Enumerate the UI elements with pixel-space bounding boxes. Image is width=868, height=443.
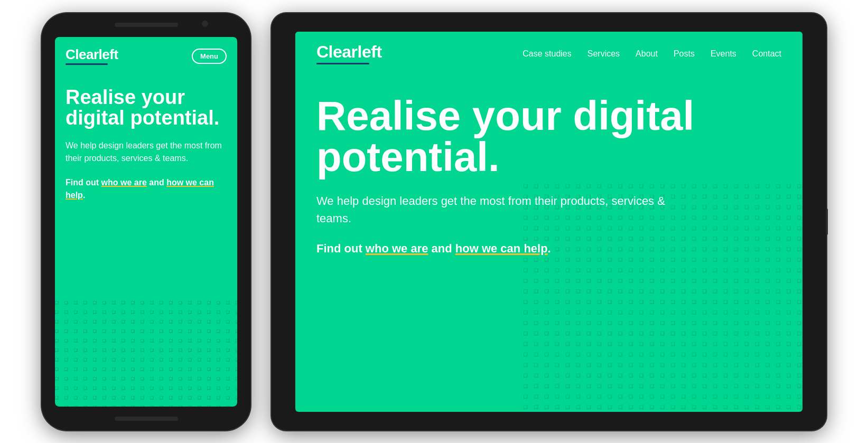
phone-menu-button[interactable]: Menu [192,49,227,64]
phone-cta-suffix: . [83,191,85,200]
svg-rect-3 [524,184,802,411]
phone-headline: Realise your digital potential. [66,87,227,129]
dot-pattern-phone [55,301,237,407]
phone-camera [202,21,208,27]
phone-cta: Find out who we are and how we can help. [66,176,227,202]
phone-speaker [115,23,178,27]
phone-screen: Clearleft Menu Realise your digital pote… [55,37,237,407]
tablet-logo: Clearleft [316,43,382,64]
tablet-cta-middle: and [428,242,455,255]
phone-logo-text: Clearleft [66,48,118,61]
phone-subtext: We help design leaders get the most from… [66,139,227,165]
tablet-nav-services[interactable]: Services [587,49,620,59]
tablet-nav: Case studies Services About Posts Events… [522,49,781,59]
tablet-headline: Realise your digital potential. [316,95,750,177]
tablet-device: Clearleft Case studies Services About Po… [272,13,826,430]
phone-logo-underline [66,63,108,65]
phone-logo: Clearleft [66,48,118,65]
svg-rect-1 [55,301,237,407]
tablet-cta-prefix: Find out [316,242,366,255]
phone-cta-middle: and [147,178,166,187]
phone-home-indicator [115,417,178,421]
tablet-nav-contact[interactable]: Contact [752,49,781,59]
tablet-nav-posts[interactable]: Posts [674,49,695,59]
tablet-side-button [826,209,828,235]
phone-header: Clearleft Menu [55,37,237,71]
phone-cta-prefix: Find out [66,178,101,187]
tablet-header: Clearleft Case studies Services About Po… [295,32,802,74]
tablet-screen: Clearleft Case studies Services About Po… [295,32,802,412]
phone-hero: Realise your digital potential. We help … [55,71,237,213]
dot-pattern-tablet [524,184,802,412]
tablet-who-we-are-link[interactable]: who we are [366,242,428,255]
phone-device: Clearleft Menu Realise your digital pote… [42,13,250,430]
tablet-nav-events[interactable]: Events [711,49,736,59]
tablet-logo-text: Clearleft [316,43,382,60]
tablet-nav-case-studies[interactable]: Case studies [522,49,572,59]
tablet-nav-about[interactable]: About [636,49,658,59]
phone-who-we-are-link[interactable]: who we are [101,178,147,187]
tablet-logo-underline [316,63,369,64]
